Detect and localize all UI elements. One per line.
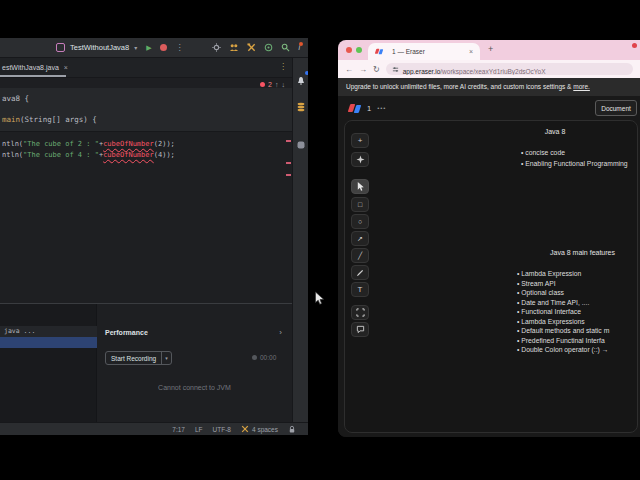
code-line: main(String[] args) { (0, 109, 292, 130)
file-encoding[interactable]: UTF-8 (213, 426, 231, 433)
notification-dot (305, 71, 308, 75)
code-line: ntln("The cube of 2 : "+cubeOfNumber(2))… (2, 140, 175, 148)
plugin-icon[interactable] (264, 43, 273, 52)
address-bar[interactable]: app.eraser.io/workspace/xeaxYd1riuBy2dsO… (386, 63, 633, 75)
list-item: • Double Colon operator (::) → (517, 345, 609, 355)
more-run-actions-icon[interactable]: ⋮ (176, 43, 184, 52)
document-button[interactable]: Document (595, 100, 637, 116)
browser-toolbar: ← → ↻ app.eraser.io/workspace/xeaxYd1riu… (338, 60, 640, 78)
canvas-title[interactable]: Java 8 main features (525, 249, 638, 256)
process-item[interactable]: java ... (0, 326, 97, 337)
code-editor[interactable]: 2 ↑ ↓ ava8 { main(String[] args) { ntln(… (0, 78, 292, 303)
canvas-title[interactable]: Java 8 (495, 128, 615, 135)
chevron-down-icon: ▾ (134, 44, 137, 51)
browser-tab-eraser[interactable]: 1 — Eraser × (368, 43, 480, 60)
ellipse-tool-button[interactable]: ○ (351, 214, 369, 229)
error-dot-icon (260, 82, 265, 87)
browser-window: 1 — Eraser × + ← → ↻ app.eraser.io/works… (338, 40, 640, 437)
rectangle-tool-button[interactable]: □ (351, 197, 369, 212)
site-settings-icon[interactable] (392, 66, 399, 73)
comment-tool-button[interactable] (351, 322, 369, 337)
active-tab-indicator (0, 75, 66, 77)
tab-close-icon[interactable]: × (64, 64, 68, 71)
zoom-window-button[interactable] (356, 47, 362, 53)
recording-dropdown-icon[interactable]: ▾ (161, 352, 171, 364)
jvm-status-message: Cannot connect to JVM (97, 384, 292, 391)
start-recording-button[interactable]: Start Recording ▾ (105, 351, 172, 365)
select-tool-button[interactable] (351, 179, 369, 194)
code-line: ntln("The cube of 4 : "+cubeOfNumber(4))… (2, 151, 175, 159)
run-button[interactable]: ▶ (146, 44, 151, 52)
tab-close-icon[interactable]: × (469, 48, 473, 55)
caret-position[interactable]: 7:17 (172, 426, 185, 433)
search-icon[interactable] (281, 43, 290, 52)
url-host: app.eraser.io (403, 68, 441, 75)
ellipse-icon: ○ (358, 218, 362, 225)
ide-status-bar: 7:17 LF UTF-8 4 spaces (0, 422, 308, 435)
error-stripe-mark[interactable] (286, 140, 291, 142)
list-item: • Default methods and static m (517, 326, 609, 336)
file-name[interactable]: 1 (367, 104, 371, 113)
code-with-me-users-icon[interactable] (229, 43, 239, 52)
reload-button[interactable]: ↻ (373, 65, 380, 74)
back-button[interactable]: ← (345, 65, 353, 74)
selected-process-row[interactable] (0, 337, 97, 348)
notification-dot (299, 42, 303, 46)
error-stripe-mark[interactable] (286, 174, 291, 176)
arrow-tool-button[interactable]: ↗ (351, 231, 369, 246)
ai-assistant-icon[interactable] (296, 136, 306, 154)
next-error-icon[interactable]: ↓ (282, 81, 286, 88)
prev-error-icon[interactable]: ↑ (275, 81, 279, 88)
whiteboard-canvas[interactable]: + □ ○ ↗ ╱ T (344, 120, 638, 433)
right-toolwindow-stripe (292, 58, 308, 422)
list-item: • Optional class (517, 288, 609, 298)
indent-widget[interactable]: 4 spaces (241, 425, 278, 433)
notifications-bell-icon[interactable] (296, 72, 306, 90)
tab-options-icon[interactable]: ⋮ (279, 62, 287, 71)
tools-icon (241, 425, 249, 433)
text-icon: T (358, 285, 363, 294)
canvas-bullet-list[interactable]: • Lambda Expression • Stream API • Optio… (517, 269, 609, 355)
tab-title: 1 — Eraser (392, 48, 465, 55)
code-line: ava8 { (0, 88, 292, 109)
frame-tool-button[interactable] (351, 305, 369, 320)
editor-tab-bar: estWithJava8.java × ⋮ (0, 58, 292, 78)
run-config-icon (56, 43, 65, 52)
eraser-logo (348, 104, 361, 113)
canvas-bullet-list[interactable]: • concise code • Enabling Functional Pro… (521, 148, 628, 170)
cursor-icon (356, 181, 365, 192)
recording-timer: 00:00 (252, 354, 276, 361)
stop-button[interactable] (160, 44, 167, 51)
file-menu-icon[interactable]: ••• (377, 105, 386, 111)
line-tool-button[interactable]: ╱ (351, 248, 369, 263)
pen-tool-button[interactable] (351, 265, 369, 280)
eraser-header: 1 ••• Document (338, 96, 640, 120)
inspections-widget[interactable]: 2 ↑ ↓ (260, 81, 285, 88)
error-stripe-mark[interactable] (286, 162, 291, 164)
line-separator[interactable]: LF (195, 426, 203, 433)
more-link[interactable]: more. (573, 83, 590, 90)
database-icon[interactable] (296, 98, 306, 116)
list-item: • Stream API (517, 279, 609, 289)
sparkle-icon (356, 155, 365, 164)
comment-bubble-icon (356, 325, 365, 334)
eraser-app: 1 ••• Document + □ ○ ↗ ╱ T (338, 96, 640, 437)
add-tool-button[interactable]: + (351, 133, 369, 148)
forward-button[interactable]: → (359, 65, 367, 74)
chevron-right-icon[interactable]: › (279, 329, 282, 336)
settings-gear-icon[interactable] (212, 43, 221, 52)
upgrade-banner: Upgrade to unlock unlimited files, more … (338, 78, 640, 96)
list-item: • Date and Time API, .... (517, 298, 609, 308)
close-window-button[interactable] (346, 47, 352, 53)
new-tab-button[interactable]: + (488, 44, 493, 54)
text-tool-button[interactable]: T (351, 282, 369, 297)
lock-icon[interactable] (288, 425, 296, 434)
profiler-toolwindow: java ... Performance › Start Recording ▾… (0, 303, 292, 422)
pen-icon (356, 268, 365, 277)
profile-icon[interactable]: i (298, 44, 303, 51)
build-tools-icon[interactable] (247, 43, 256, 52)
run-config-selector[interactable]: TestWithoutJava8 (70, 43, 129, 52)
ai-tool-button[interactable] (351, 152, 369, 167)
list-item: • Enabling Functional Programming (521, 159, 628, 170)
list-item: • Lambda Expression (517, 269, 609, 279)
